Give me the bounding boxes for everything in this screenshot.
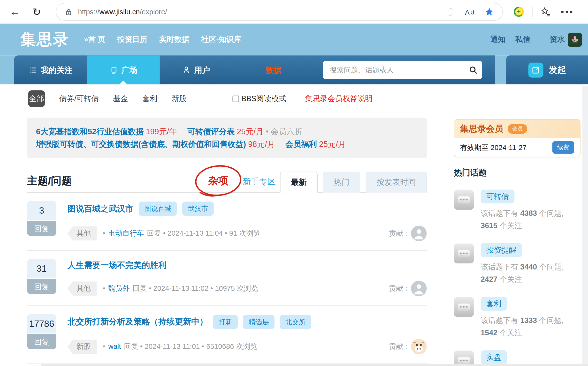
favorite-star-icon[interactable] — [484, 6, 495, 17]
contributor: 贡献 : — [389, 339, 427, 354]
tab-data[interactable]: 数据 — [266, 55, 281, 84]
extension-icon[interactable] — [514, 7, 524, 17]
toolbar-divider — [532, 7, 533, 17]
main-navbar: 我的关注 广场 用户 数据 — [0, 55, 588, 84]
post-button[interactable]: 发起 — [506, 55, 588, 84]
member-badge: 会员 — [508, 124, 527, 134]
reply-counter: 31 回复 — [27, 259, 56, 296]
search-input[interactable] — [323, 66, 464, 74]
reply-label[interactable]: 回复 — [27, 221, 56, 236]
category-tag[interactable]: 新股 — [68, 339, 97, 354]
topic-tag[interactable]: 打新 — [213, 315, 238, 329]
author-link[interactable]: 魏员外 — [108, 284, 130, 293]
membership-card: 集思录会员 会员 有效期至 2024-11-27 续费 — [454, 119, 580, 158]
search-box — [323, 61, 482, 79]
hot-topic-link[interactable]: 投资提醒 — [481, 243, 522, 257]
topic-tag[interactable]: 图说百城 — [139, 201, 177, 216]
tab-my-follows[interactable]: 我的关注 — [14, 55, 87, 84]
split-screen-icon[interactable] — [445, 6, 456, 17]
member-rights-link[interactable]: 集思录会员权益说明 — [305, 94, 372, 104]
tab-hot[interactable]: 热门 — [323, 172, 360, 192]
person-icon — [182, 66, 191, 74]
topic-body: 人生需要一场不完美的胜利 其他 • 魏员外 回复 • 2024-11-13 11… — [68, 259, 427, 296]
site-header: 集思录 »首 页 投资日历 实时数据 社区-知识库 通知 私信 资水 — [0, 24, 588, 56]
jisilu-explore-page: ← ↻ https://www.jisilu.cn/explore/ A — [0, 0, 588, 366]
browser-toolbar-right: ••• — [514, 7, 574, 17]
topic-list-item: 3 回复 图说百城之武汉市 图说百城 武汉市 其他 • 电动自行车 回复 • 2… — [27, 192, 427, 251]
hot-topics-title: 热门话题 — [454, 167, 580, 178]
hot-topic-stats: 该话题下有 1333 个问题,1542 个关注 — [481, 314, 564, 339]
bbs-checkbox[interactable] — [232, 95, 239, 102]
newbie-zone-link[interactable]: 新手专区 — [243, 176, 276, 187]
username-link[interactable]: 资水 — [550, 35, 565, 45]
read-aloud-icon[interactable]: A — [464, 6, 475, 17]
category-tag[interactable]: 其他 — [68, 226, 97, 241]
hot-topic-link[interactable]: 套利 — [481, 297, 507, 311]
topic-tag[interactable]: 武汉市 — [182, 201, 214, 216]
topic-tag[interactable]: 精选层 — [243, 315, 275, 329]
tab-users[interactable]: 用户 — [160, 55, 233, 84]
hot-topic-link[interactable]: 实盘 — [481, 350, 507, 364]
nav-realtime-data[interactable]: 实时数据 — [159, 35, 189, 45]
topic-meta: 回复 • 2024-11-13 11:04 • 91 次浏览 — [147, 229, 261, 238]
reply-count: 17786 — [27, 314, 56, 334]
sort-tabs: 最新 热门 按发表时间 — [275, 172, 426, 192]
plaza-icon — [109, 66, 118, 74]
refresh-icon[interactable]: ↻ — [29, 6, 45, 18]
contributor-avatar[interactable] — [411, 281, 427, 296]
nav-home[interactable]: »首 页 — [84, 35, 105, 45]
category-tag[interactable]: 其他 — [68, 281, 97, 296]
topic-title-link[interactable]: 人生需要一场不完美的胜利 — [68, 259, 167, 271]
top-nav: »首 页 投资日历 实时数据 社区-知识库 — [84, 35, 241, 45]
topic-tag[interactable]: 北交所 — [280, 315, 311, 329]
contributor-avatar[interactable] — [411, 225, 427, 241]
post-label: 发起 — [549, 64, 566, 76]
messages-link[interactable]: 私信 — [515, 35, 530, 45]
filter-funds[interactable]: 基金 — [113, 94, 128, 104]
author-link[interactable]: 电动自行车 — [108, 229, 144, 238]
promo-banner[interactable]: 6大宽基指数和52行业估值数据 199元/年可转债评分表 25元/月 • 会员六… — [27, 118, 427, 158]
reply-counter: 3 回复 — [27, 201, 56, 241]
reply-label[interactable]: 回复 — [27, 279, 56, 294]
hot-topic-stats: 该话题下有 3440 个问题,2427 个关注 — [481, 261, 564, 285]
lock-icon — [64, 8, 73, 16]
filter-new-shares[interactable]: 新股 — [172, 94, 187, 104]
page-scrollbar[interactable] — [582, 86, 588, 366]
nav-community-kb[interactable]: 社区-知识库 — [201, 35, 241, 45]
author-link[interactable]: walt — [108, 343, 121, 351]
tab-by-publish-time[interactable]: 按发表时间 — [365, 172, 426, 192]
filter-arbitrage[interactable]: 套利 — [142, 94, 157, 104]
back-icon[interactable]: ← — [7, 6, 23, 18]
bbs-mode-toggle[interactable]: BBS阅读模式 — [232, 94, 286, 104]
renew-button[interactable]: 续费 — [552, 141, 574, 154]
topic-title-link[interactable]: 图说百城之武汉市 — [68, 203, 134, 214]
bbs-label: BBS阅读模式 — [241, 94, 286, 104]
topic-list-item: 31 回复 人生需要一场不完美的胜利 其他 • 魏员外 回复 • 2024-11… — [27, 251, 427, 306]
membership-card-header: 集思录会员 会员 — [454, 120, 580, 138]
address-bar[interactable]: https://www.jisilu.cn/explore/ A — [56, 3, 502, 20]
filter-all[interactable]: 全部 — [28, 90, 45, 107]
page-title: 主题/问题 — [27, 174, 72, 188]
compose-icon — [528, 62, 543, 77]
hot-topic-link[interactable]: 可转债 — [481, 190, 514, 203]
topic-list-item: 17786 回复 北交所打新分析及策略（持续更新中） 打新 精选层 北交所 新股… — [27, 306, 427, 364]
topic-meta: 回复 • 2024-11-13 11:01 • 6510686 次浏览 — [124, 342, 257, 351]
contributor-avatar-cow[interactable] — [411, 339, 427, 354]
collections-icon[interactable] — [541, 7, 551, 17]
notifications-link[interactable]: 通知 — [490, 35, 505, 45]
filter-bonds[interactable]: 债券/可转债 — [59, 94, 99, 104]
topic-title-link[interactable]: 北交所打新分析及策略（持续更新中） — [68, 316, 208, 327]
search-icon — [468, 65, 478, 75]
user-avatar[interactable] — [568, 32, 582, 47]
membership-card-body: 有效期至 2024-11-27 续费 — [454, 138, 580, 157]
nav-investment-calendar[interactable]: 投资日历 — [117, 35, 147, 45]
tab-plaza[interactable]: 广场 — [87, 55, 160, 84]
tab-latest[interactable]: 最新 — [280, 172, 317, 192]
site-logo[interactable]: 集思录 — [21, 29, 69, 50]
browser-menu-icon[interactable]: ••• — [561, 7, 574, 17]
url-text[interactable]: https://www.jisilu.cn/explore/ — [78, 8, 436, 16]
search-button[interactable] — [464, 61, 482, 79]
reply-count: 3 — [27, 201, 56, 220]
navbar-tabs-block: 我的关注 广场 用户 数据 — [14, 55, 495, 84]
reply-label[interactable]: 回复 — [27, 334, 56, 349]
